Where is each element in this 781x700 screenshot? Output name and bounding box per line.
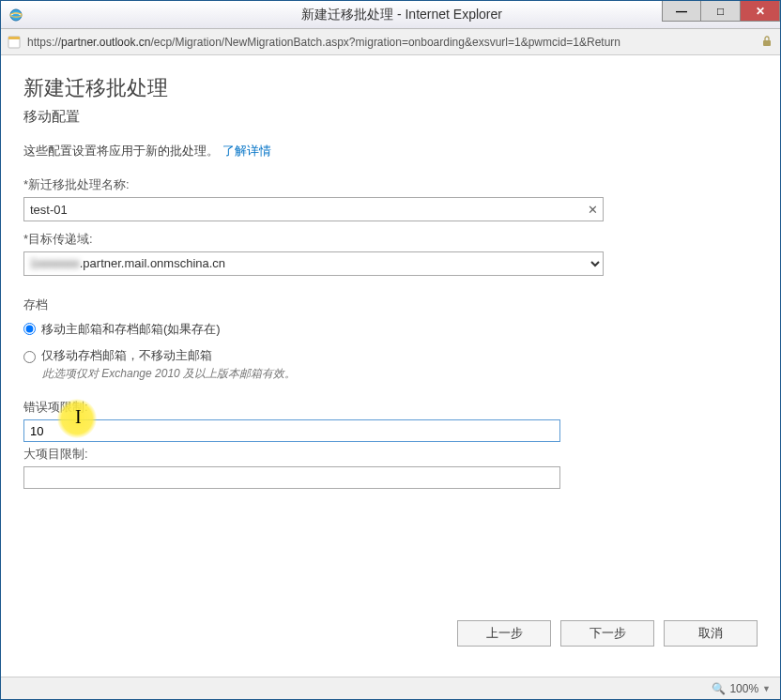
prev-button[interactable]: 上一步: [457, 620, 551, 647]
zoom-dropdown-icon[interactable]: ▼: [762, 684, 771, 693]
batch-name-label: *新迁移批处理名称:: [23, 176, 758, 193]
svg-rect-4: [763, 40, 771, 46]
page-subtitle: 移动配置: [23, 108, 758, 126]
target-domain-label: *目标传递域:: [23, 231, 758, 248]
description-text: 这些配置设置将应用于新的批处理。: [23, 144, 219, 158]
maximize-button[interactable]: □: [701, 1, 741, 22]
ie-window: 新建迁移批处理 - Internet Explorer — □ ✕ https:…: [0, 0, 781, 700]
target-domain-select[interactable]: [23, 251, 604, 276]
lock-icon: [761, 36, 774, 49]
description-line: 这些配置设置将应用于新的批处理。 了解详情: [23, 143, 758, 160]
close-button[interactable]: ✕: [741, 1, 780, 22]
radio-1-label: 移动主邮箱和存档邮箱(如果存在): [41, 321, 221, 338]
next-button[interactable]: 下一步: [560, 620, 654, 647]
learn-more-link[interactable]: 了解详情: [222, 144, 271, 158]
page-title: 新建迁移批处理: [23, 74, 758, 102]
radio-2-note: 此选项仅对 Exchange 2010 及以上版本邮箱有效。: [42, 366, 296, 382]
window-controls: — □ ✕: [662, 1, 780, 22]
zoom-icon[interactable]: 🔍: [712, 682, 726, 695]
url-prefix: https://: [27, 36, 61, 49]
content-area: 新建迁移批处理 移动配置 这些配置设置将应用于新的批处理。 了解详情 *新迁移批…: [1, 55, 780, 665]
ie-icon: [8, 8, 23, 23]
clear-icon[interactable]: ✕: [588, 203, 598, 217]
button-row: 上一步 下一步 取消: [457, 620, 758, 647]
radio-option-2[interactable]: 仅移动存档邮箱，不移动主邮箱 此选项仅对 Exchange 2010 及以上版本…: [23, 347, 758, 382]
url-path: /ecp/Migration/NewMigrationBatch.aspx?mi…: [150, 36, 620, 49]
url-text: https://partner.outlook.cn/ecp/Migration…: [27, 36, 756, 49]
cancel-button[interactable]: 取消: [664, 620, 758, 647]
status-bar: 🔍 100% ▼: [1, 677, 780, 699]
titlebar: 新建迁移批处理 - Internet Explorer — □ ✕: [1, 1, 780, 29]
radio-option-1[interactable]: 移动主邮箱和存档邮箱(如果存在): [23, 321, 758, 338]
radio-2[interactable]: [23, 351, 36, 363]
url-host: partner.outlook.cn: [61, 36, 150, 49]
batch-name-wrap: ✕: [23, 197, 604, 221]
zoom-level[interactable]: 100%: [729, 682, 758, 695]
page-icon: [7, 35, 22, 50]
radio-1[interactable]: [23, 323, 36, 335]
batch-name-input[interactable]: [23, 197, 604, 221]
radio-2-label: 仅移动存档邮箱，不移动主邮箱: [41, 347, 212, 364]
large-item-input[interactable]: [23, 466, 560, 489]
address-bar[interactable]: https://partner.outlook.cn/ecp/Migration…: [1, 29, 780, 55]
bad-item-label: 错误项限制:: [23, 399, 758, 416]
large-item-label: 大项目限制:: [23, 446, 758, 463]
bad-item-input[interactable]: [23, 419, 560, 442]
archive-header: 存档: [23, 297, 758, 313]
svg-rect-3: [8, 37, 20, 39]
minimize-button[interactable]: —: [662, 1, 701, 22]
